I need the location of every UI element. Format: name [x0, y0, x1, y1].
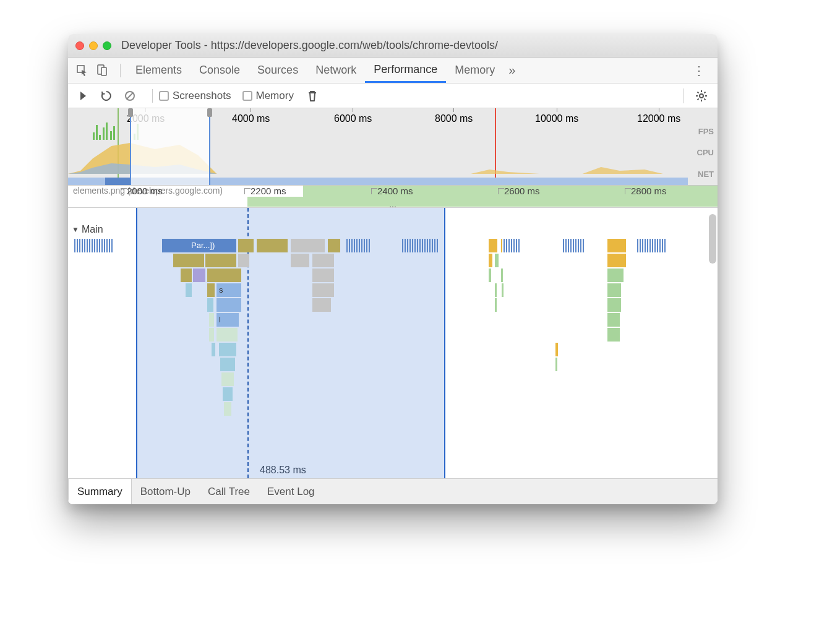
window-traffic-lights — [75, 41, 111, 50]
lane-label-fps: FPS — [688, 127, 714, 136]
tab-event-log[interactable]: Event Log — [259, 479, 324, 504]
tab-label: Network — [315, 64, 356, 77]
tab-label: Memory — [455, 64, 495, 77]
flame-row — [68, 358, 706, 372]
tab-label: Event Log — [267, 486, 315, 498]
screenshots-checkbox[interactable]: Screenshots — [159, 90, 231, 102]
flame-chart[interactable]: ▼ Main 488.53 ms Par...]) — [68, 208, 718, 478]
overview-tick: 4000 ms — [232, 108, 270, 124]
ruler-tick: 2400 ms — [377, 186, 413, 196]
lane-label-cpu: CPU — [688, 148, 714, 157]
window-titlebar: Developer Tools - https://developers.goo… — [68, 34, 718, 58]
tab-label: Sources — [257, 64, 298, 77]
flame-row: l — [68, 313, 706, 328]
ruler-tick: 2200 ms — [251, 186, 286, 196]
checkbox-label: Screenshots — [173, 90, 231, 102]
overview-selection[interactable] — [130, 108, 210, 185]
tab-call-tree[interactable]: Call Tree — [199, 479, 259, 504]
svg-point-5 — [700, 94, 703, 98]
flame-row — [68, 372, 706, 387]
reload-icon[interactable] — [99, 88, 114, 103]
overview-timeline[interactable]: 2000 ms 4000 ms 6000 ms 8000 ms 10000 ms… — [68, 108, 718, 186]
svg-line-12 — [698, 98, 699, 100]
detail-ruler[interactable]: elements.png (developers.google.com) 200… — [68, 186, 718, 208]
more-tabs-chevron-icon[interactable]: » — [504, 63, 520, 77]
flame-row — [68, 254, 706, 269]
tab-label: Console — [199, 64, 240, 77]
selection-handle-left[interactable] — [128, 108, 133, 117]
tab-label: Summary — [77, 486, 122, 498]
tab-performance[interactable]: Performance — [365, 58, 446, 83]
collapse-indicator[interactable]: ... — [389, 199, 396, 208]
settings-gear-icon[interactable] — [681, 88, 710, 103]
overview-tick: 10000 ms — [535, 108, 578, 124]
ruler-tick: 2800 ms — [631, 186, 667, 196]
flame-row — [68, 343, 706, 358]
panel-tabs-row: Elements Console Sources Network Perform… — [68, 58, 718, 84]
device-toolbar-icon[interactable] — [94, 62, 110, 79]
flame-event-l[interactable]: l — [216, 313, 239, 327]
minimize-window-button[interactable] — [89, 41, 98, 50]
record-icon[interactable] — [75, 88, 90, 103]
ruler-tick: 2000 ms — [127, 186, 163, 196]
tab-console[interactable]: Console — [191, 58, 249, 83]
svg-line-11 — [704, 98, 705, 100]
divider — [152, 89, 153, 103]
customize-menu-icon[interactable]: ⋮ — [687, 63, 711, 78]
lane-label-net: NET — [688, 170, 714, 179]
zoom-window-button[interactable] — [103, 41, 111, 50]
checkbox-label: Memory — [256, 90, 294, 102]
frames-strip-2 — [247, 197, 718, 207]
overview-tick: 12000 ms — [637, 108, 680, 124]
flame-row — [68, 402, 706, 417]
flame-row — [68, 387, 706, 402]
tab-bottom-up[interactable]: Bottom-Up — [132, 479, 199, 504]
performance-toolbar: Screenshots Memory — [68, 84, 718, 108]
checkbox-icon — [242, 91, 252, 101]
selection-duration-label: 488.53 ms — [260, 465, 306, 476]
garbage-collect-icon[interactable] — [305, 88, 320, 103]
svg-rect-2 — [101, 67, 106, 75]
tab-memory[interactable]: Memory — [446, 58, 504, 83]
flame-row: s — [68, 283, 706, 298]
overview-tick: 8000 ms — [435, 108, 473, 124]
window-title: Developer Tools - https://developers.goo… — [121, 39, 498, 52]
tab-label: Call Tree — [208, 486, 250, 498]
flame-row-tasks: Par...]) — [68, 239, 706, 254]
flame-row — [68, 269, 706, 283]
checkbox-icon — [159, 91, 169, 101]
memory-checkbox[interactable]: Memory — [242, 90, 294, 102]
selection-handle-right[interactable] — [207, 108, 212, 117]
divider — [120, 64, 121, 77]
vertical-scrollbar[interactable] — [709, 214, 716, 264]
tab-sources[interactable]: Sources — [249, 58, 307, 83]
flame-row — [68, 328, 706, 343]
main-track-label[interactable]: ▼ Main — [72, 224, 103, 235]
svg-line-4 — [127, 93, 133, 99]
tab-label: Elements — [135, 64, 182, 77]
overview-lane-labels: FPS CPU NET — [688, 121, 718, 185]
svg-line-13 — [704, 92, 705, 93]
flame-event-s[interactable]: s — [216, 283, 241, 297]
tab-label: Performance — [374, 63, 437, 76]
tab-summary[interactable]: Summary — [68, 479, 132, 504]
tab-elements[interactable]: Elements — [127, 58, 191, 83]
svg-line-10 — [698, 92, 699, 93]
clear-icon[interactable] — [122, 88, 137, 103]
close-window-button[interactable] — [75, 41, 84, 50]
flame-rows: Par...]) — [68, 239, 706, 417]
devtools-window: Developer Tools - https://developers.goo… — [68, 34, 718, 504]
inspect-element-icon[interactable] — [74, 62, 90, 79]
overview-tick: 6000 ms — [334, 108, 372, 124]
flame-row — [68, 298, 706, 313]
flame-event-parse[interactable]: Par...]) — [189, 239, 232, 252]
chevron-down-icon: ▼ — [72, 225, 79, 234]
track-label-text: Main — [82, 224, 103, 235]
details-tabs: Summary Bottom-Up Call Tree Event Log — [68, 478, 718, 504]
tab-label: Bottom-Up — [140, 486, 191, 498]
tab-network[interactable]: Network — [307, 58, 365, 83]
ruler-tick: 2600 ms — [504, 186, 540, 196]
